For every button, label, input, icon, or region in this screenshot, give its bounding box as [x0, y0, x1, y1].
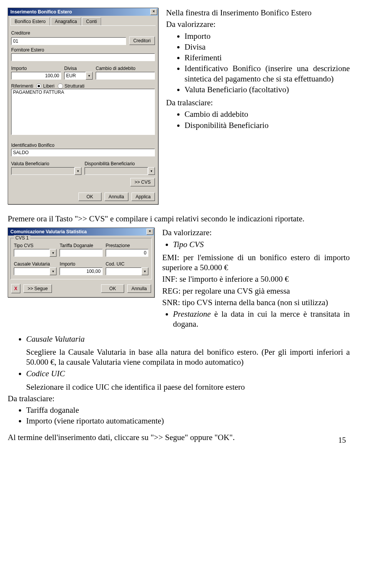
label-cod: Cod. UIC [106, 261, 148, 267]
label-divisa: Divisa [64, 66, 93, 71]
creditori-button[interactable]: Creditori [129, 37, 155, 45]
titlebar[interactable]: Comunicazione Valutaria Statistica × [8, 228, 154, 236]
input-importo2[interactable]: 100,00 [60, 267, 102, 275]
page-number: 15 [338, 436, 346, 445]
label-riferimenti: Riferimenti [11, 83, 33, 89]
delete-icon[interactable]: X [11, 284, 20, 293]
dialog-cvs: Comunicazione Valutaria Statistica × CVS… [8, 228, 155, 297]
label-creditore: Creditore [11, 30, 155, 36]
input-creditore[interactable]: 01 [11, 37, 126, 45]
input-ident[interactable]: SALDO [11, 149, 155, 156]
label-disp-ben: Disponibilità Beneficiario [85, 161, 155, 166]
select-cod[interactable]: ▼ [106, 267, 148, 275]
annulla-button[interactable]: Annulla [127, 284, 151, 293]
select-divisa[interactable]: EUR ▼ [64, 72, 93, 80]
input-importo[interactable]: 100,00 [11, 72, 61, 80]
text-block-1: Nella finestra di Inserimento Bonifico E… [166, 8, 350, 133]
dialog-bonifico: Inserimento Bonifico Estero × Bonifico E… [8, 8, 158, 204]
label-causale: Causale Valutaria [14, 261, 57, 267]
select-tipo[interactable]: ▼ [14, 249, 57, 257]
label-cambio: Cambio di addebito [96, 66, 155, 71]
ok-button[interactable]: OK [101, 284, 124, 293]
applica-button[interactable]: Applica [131, 193, 155, 201]
annulla-button[interactable]: Annulla [105, 193, 128, 201]
chevron-down-icon: ▼ [148, 167, 155, 175]
chevron-down-icon: ▼ [86, 72, 93, 80]
label-fornitore: Fornitore Estero [11, 47, 155, 53]
fieldset-legend: CVS 1 [14, 235, 30, 241]
label-ident: Identificativo Bonifico [11, 143, 155, 148]
input-prestazione[interactable]: 0 [106, 249, 148, 257]
chevron-down-icon: ▼ [141, 267, 148, 275]
text-block-3: Causale Valutaria Scegliere la Causale V… [8, 334, 350, 442]
label-prestazione: Prestazione [106, 243, 148, 248]
tab-conti[interactable]: Conti [82, 17, 101, 25]
title-text: Comunicazione Valutaria Statistica [10, 229, 146, 234]
input-tariffa[interactable] [60, 249, 102, 257]
cvs-button[interactable]: >> CVS [130, 178, 155, 186]
select-causale[interactable]: ▼ [14, 267, 57, 275]
chevron-down-icon: ▼ [50, 249, 57, 257]
label-tipo: Tipo CVS [14, 243, 57, 248]
radio-liberi[interactable]: Liberi [36, 83, 54, 89]
input-cambio[interactable] [96, 72, 155, 80]
bullets-tralasciare: Cambio di addebito Disponibilità Benefic… [166, 109, 350, 130]
tabstrip: Bonifico Estero Anagrafica Conti [10, 17, 156, 26]
close-icon[interactable]: × [150, 9, 157, 15]
segue-button[interactable]: >> Segue [23, 284, 52, 293]
bullets-valorizzare: Importo Divisa Riferimenti Identificativ… [166, 31, 350, 95]
ok-button[interactable]: OK [78, 193, 101, 201]
tab-anagrafica[interactable]: Anagrafica [51, 17, 81, 25]
chevron-down-icon: ▼ [75, 167, 81, 175]
label-importo: Importo [11, 66, 61, 71]
label-importo: Importo [60, 261, 102, 267]
select-valuta-ben[interactable]: ▼ [11, 167, 81, 175]
select-disp-ben[interactable]: ▼ [85, 167, 155, 175]
input-riferimenti[interactable]: PAGAMENTO FATTURA [11, 89, 155, 135]
text-block-2: Da valorizzare: Tipo CVS EMI: per l'emis… [162, 228, 350, 332]
chevron-down-icon: ▼ [50, 267, 57, 275]
label-valuta-ben: Valuta Beneficiario [11, 161, 81, 166]
label-tariffa: Tariffa Doganale [60, 243, 102, 248]
radio-strutturati[interactable]: Strutturati [58, 83, 85, 89]
mid-paragraph: Premere ora il Tasto ">> CVS" e compilar… [8, 214, 350, 224]
tab-bonifico[interactable]: Bonifico Estero [10, 17, 50, 25]
title-text: Inserimento Bonifico Estero [10, 9, 150, 15]
input-fornitore[interactable] [11, 53, 155, 61]
close-icon[interactable]: × [146, 229, 153, 235]
titlebar[interactable]: Inserimento Bonifico Estero × [8, 8, 158, 16]
